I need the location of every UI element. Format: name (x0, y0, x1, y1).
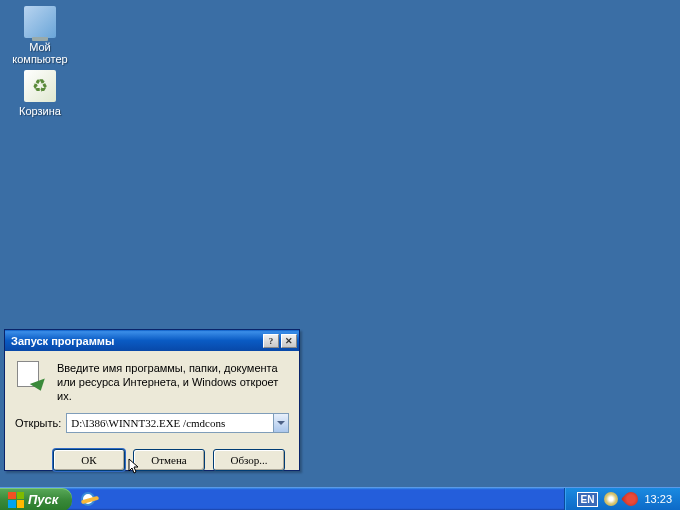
computer-icon (24, 6, 56, 38)
quick-launch-ie[interactable] (79, 490, 97, 508)
help-button[interactable]: ? (263, 334, 279, 348)
desktop[interactable]: Мой компьютер Корзина Запуск программы ?… (0, 0, 680, 487)
ok-button[interactable]: ОК (53, 449, 125, 471)
dialog-description: Введите имя программы, папки, документа … (57, 361, 289, 403)
desktop-icon-my-computer[interactable]: Мой компьютер (5, 6, 75, 65)
close-button[interactable]: ✕ (281, 334, 297, 348)
titlebar[interactable]: Запуск программы ? ✕ (5, 330, 299, 351)
tray-disc-icon[interactable] (604, 492, 618, 506)
open-input[interactable] (66, 413, 273, 433)
clock[interactable]: 13:23 (644, 493, 672, 505)
cancel-button[interactable]: Отмена (133, 449, 205, 471)
system-tray: EN 13:23 (564, 488, 680, 510)
run-dialog: Запуск программы ? ✕ Введите имя програм… (4, 329, 300, 471)
open-combobox[interactable] (66, 413, 289, 433)
quick-launch (72, 488, 104, 510)
desktop-icon-recycle-bin[interactable]: Корзина (5, 70, 75, 117)
dialog-title: Запуск программы (11, 335, 261, 347)
start-label: Пуск (28, 492, 58, 507)
browse-button[interactable]: Обзор... (213, 449, 285, 471)
start-button[interactable]: Пуск (0, 488, 72, 510)
dropdown-button[interactable] (273, 413, 289, 433)
dialog-body: Введите имя программы, папки, документа … (5, 351, 299, 479)
open-label: Открыть: (15, 417, 61, 429)
recycle-bin-icon (24, 70, 56, 102)
tray-shield-icon[interactable] (622, 489, 642, 509)
run-icon (15, 361, 47, 393)
taskbar: Пуск EN 13:23 (0, 487, 680, 510)
language-indicator[interactable]: EN (577, 492, 599, 507)
desktop-icon-label: Корзина (5, 105, 75, 117)
desktop-icon-label: Мой компьютер (5, 41, 75, 65)
ie-icon (81, 492, 95, 506)
windows-logo-icon (8, 492, 24, 508)
